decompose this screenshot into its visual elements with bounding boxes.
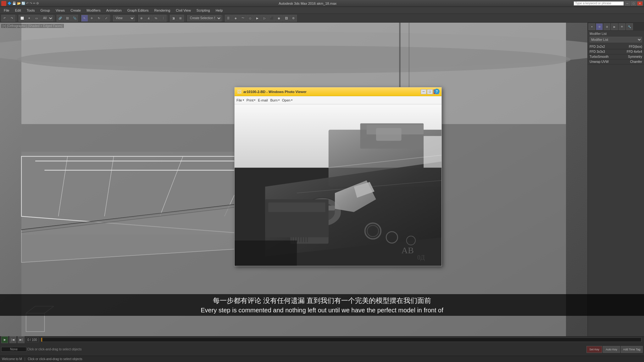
set-key-btn[interactable]: Set Key	[586, 346, 602, 353]
svg-text:АВ: АВ	[402, 245, 414, 255]
unlink-btn[interactable]: ⛓	[64, 15, 71, 22]
select-btn[interactable]: ↖	[81, 15, 88, 22]
menu-group[interactable]: Group	[38, 8, 53, 13]
pv-email-btn[interactable]: E-mail	[258, 98, 268, 102]
select-obj-btn[interactable]: ⬜	[19, 15, 25, 22]
pv-open-btn[interactable]: Open ▾	[282, 98, 292, 102]
add-time-tag-btn[interactable]: Add Time Tag	[621, 346, 643, 353]
modifier-unwrap-uvw[interactable]: Unwrap UVW Chamfer	[588, 59, 644, 64]
pv-minimize-btn[interactable]: ─	[421, 89, 426, 94]
snap-toggle-btn[interactable]: ⊕	[138, 15, 145, 22]
toolbar-sep-6	[168, 15, 169, 21]
angle-snap-btn[interactable]: ∡	[145, 15, 152, 22]
status-sep: |	[25, 357, 25, 361]
settings-btn[interactable]: ⚙	[290, 15, 297, 22]
toolbar-sep-5	[136, 15, 137, 21]
utility-panel-icon[interactable]: 🔧	[626, 23, 633, 30]
ribbon-btn[interactable]: ◈	[232, 15, 239, 22]
svg-rect-54	[424, 136, 441, 168]
menu-animation[interactable]: Animation	[104, 8, 124, 13]
toolbar-sep-4	[111, 15, 112, 21]
menu-scripting[interactable]: Scripting	[194, 8, 213, 13]
pv-weapon-image: АВ 0Д	[235, 104, 441, 266]
menu-create[interactable]: Create	[68, 8, 83, 13]
redo-btn[interactable]: ↷	[8, 15, 15, 22]
toolbar-sep-1	[16, 15, 18, 21]
menu-file[interactable]: File	[1, 8, 12, 13]
move-btn[interactable]: ✛	[88, 15, 95, 22]
create-panel-icon[interactable]: ✦	[588, 23, 595, 30]
select-by-name-btn[interactable]: ✦	[26, 15, 33, 22]
bind-to-space-btn[interactable]: 📎	[71, 15, 78, 22]
percent-snap-btn[interactable]: %	[153, 15, 159, 22]
menu-modifiers[interactable]: Modifiers	[84, 8, 103, 13]
modifier-ffd2x2x2[interactable]: FFD 2x2x2 FFD(box)	[588, 44, 644, 49]
menu-tools[interactable]: Tools	[24, 8, 37, 13]
app-icon	[1, 1, 6, 6]
svg-rect-44	[268, 202, 325, 212]
pv-burn-btn[interactable]: Burn ▾	[270, 98, 280, 102]
toolbar-sep-2	[54, 15, 56, 21]
active-shade-btn[interactable]: ◉	[275, 15, 282, 22]
prev-frame-btn[interactable]: |◀	[9, 336, 16, 343]
auto-key-btn[interactable]: Auto Key	[603, 346, 620, 353]
mirror-btn[interactable]: ◨	[170, 15, 177, 22]
menu-graph-editors[interactable]: Graph Editors	[125, 8, 151, 13]
curve-editor-btn[interactable]: 〜	[239, 15, 246, 22]
render-frame-btn[interactable]: 🖼	[283, 15, 290, 22]
timeline-track[interactable]	[41, 337, 641, 342]
coord-dropdown[interactable]: View	[113, 15, 135, 21]
menu-help[interactable]: Help	[213, 8, 225, 13]
pv-file-btn[interactable]: File ▾	[236, 98, 244, 102]
menu-views[interactable]: Views	[53, 8, 67, 13]
pv-toolbar: File ▾ Print ▾ E-mail Burn ▾ Open ▾ ?	[235, 96, 441, 104]
quick-render-btn[interactable]: ▷	[261, 15, 268, 22]
close-btn[interactable]: ✕	[637, 1, 643, 6]
pv-title: ar10100-2-BD - Windows Photo Viewer	[243, 90, 420, 94]
modify-panel-icon[interactable]: ⚙	[596, 23, 603, 30]
play-btn[interactable]: ▶	[1, 336, 8, 343]
toolbar-sep-3	[79, 15, 80, 21]
timeline: ▶ |◀ ▶| 0 / 100 None Click or click-and-…	[0, 336, 644, 356]
viewport-label: [+] [Orthographic] [Shaded + Edged Faces…	[1, 24, 64, 28]
spinner-snap-btn[interactable]: ⋮	[160, 15, 167, 22]
align-btn[interactable]: ⊞	[177, 15, 184, 22]
modifier-list-label: Modifier List	[588, 31, 644, 36]
toolbar-sep-7	[185, 15, 186, 21]
scale-btn[interactable]: ⤢	[103, 15, 110, 22]
link-btn[interactable]: 🔗	[57, 15, 64, 22]
filter-dropdown[interactable]: All	[40, 15, 53, 21]
motion-panel-icon[interactable]: ▶	[611, 23, 618, 30]
modifier-ffd3x3x3[interactable]: FFD 3x3x3 FFD 4x4x4	[588, 49, 644, 54]
search-box[interactable]: Type a keyword or phrase	[574, 1, 624, 6]
frame-display: 0 / 100	[26, 337, 39, 342]
pv-print-btn[interactable]: Print ▾	[247, 98, 256, 102]
modifier-dropdown[interactable]: Modifier List	[590, 37, 642, 42]
render-scene-btn[interactable]: ▶	[254, 15, 261, 22]
undo-btn[interactable]: ↶	[1, 15, 8, 22]
material-editor-btn[interactable]: ◇	[247, 15, 253, 22]
rect-select-btn[interactable]: ▭	[33, 15, 40, 22]
hierarchy-panel-icon[interactable]: ⊞	[603, 23, 610, 30]
rotate-btn[interactable]: ↻	[96, 15, 103, 22]
render-in-btn[interactable]: ⬛	[268, 15, 275, 22]
create-selection-dropdown[interactable]: Create Selection Set	[187, 15, 222, 21]
next-frame-btn[interactable]: ▶|	[18, 336, 25, 343]
display-panel-icon[interactable]: 👁	[619, 23, 625, 30]
panel-icon-row: ✦ ⚙ ⊞ ▶ 👁 🔧	[588, 23, 644, 31]
svg-point-3	[17, 46, 570, 73]
menu-edit[interactable]: Edit	[13, 8, 24, 13]
menu-civil-view[interactable]: Civil View	[173, 8, 193, 13]
menu-rendering[interactable]: Rendering	[152, 8, 173, 13]
minimize-btn[interactable]: ─	[625, 1, 630, 6]
timeline-bottom: None Click or click-and-drag to select o…	[0, 343, 644, 356]
svg-rect-53	[235, 240, 297, 266]
status-hint: Click or click-and-drag to select object…	[27, 348, 81, 351]
quick-access: 🔷 💾 📂 🔄 ↶ ↷ ✏ ⚙	[8, 2, 39, 5]
pv-maximize-btn[interactable]: □	[427, 89, 433, 94]
pv-help-btn[interactable]: ?	[434, 89, 440, 94]
modifier-turbosmooth[interactable]: TurboSmooth Symmetry	[588, 54, 644, 59]
layer-btn[interactable]: ☰	[225, 15, 232, 22]
status-hint-text: Click or click-and-drag to select object…	[28, 357, 82, 361]
maximize-btn[interactable]: □	[631, 1, 636, 6]
